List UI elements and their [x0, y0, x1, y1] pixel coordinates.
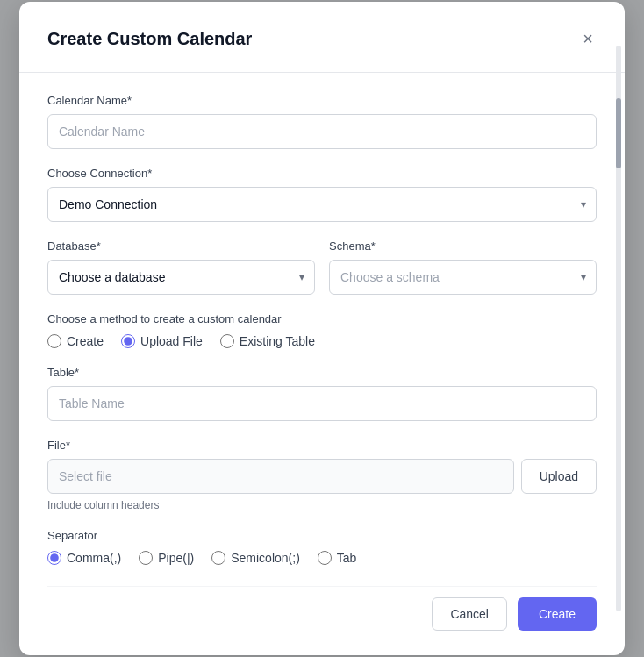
separator-comma-radio[interactable] [47, 551, 61, 565]
connection-group: Choose Connection* Demo Connection ▾ [47, 167, 597, 222]
separator-tab-option[interactable]: Tab [318, 551, 357, 565]
upload-button[interactable]: Upload [521, 459, 597, 494]
schema-select[interactable]: Choose a schema [329, 260, 597, 295]
separator-tab-label: Tab [337, 551, 357, 565]
schema-group: Schema* Choose a schema ▾ [329, 239, 597, 295]
separator-tab-radio[interactable] [318, 551, 332, 565]
cancel-button[interactable]: Cancel [432, 597, 507, 631]
separator-comma-label: Comma(,) [67, 551, 121, 565]
method-create-radio[interactable] [47, 334, 61, 348]
connection-label: Choose Connection* [47, 167, 597, 180]
database-label: Database* [47, 239, 315, 253]
method-radio-group: Create Upload File Existing Table [47, 334, 597, 348]
database-schema-row: Database* Choose a database ▾ Schema* Ch… [47, 239, 597, 295]
scrollbar-track [616, 46, 621, 611]
method-existing-label: Existing Table [240, 334, 315, 348]
table-group: Table* [47, 366, 597, 421]
header-divider [19, 72, 625, 73]
scrollbar-thumb[interactable] [616, 98, 621, 168]
method-label: Choose a method to create a custom calen… [47, 312, 597, 325]
file-row: Select file Upload [47, 459, 597, 494]
database-group: Database* Choose a database ▾ [47, 239, 315, 295]
file-input-display[interactable]: Select file [47, 459, 514, 494]
method-upload-radio[interactable] [121, 334, 135, 348]
separator-group: Separator Comma(,) Pipe(|) Semicolon(;) … [47, 529, 597, 565]
separator-pipe-option[interactable]: Pipe(|) [139, 551, 194, 565]
method-existing-option[interactable]: Existing Table [220, 334, 315, 348]
file-label: File* [47, 439, 597, 452]
schema-select-wrapper: Choose a schema ▾ [329, 260, 597, 295]
file-placeholder: Select file [59, 469, 112, 483]
modal-title: Create Custom Calendar [47, 29, 252, 49]
separator-pipe-radio[interactable] [139, 551, 153, 565]
separator-semicolon-radio[interactable] [211, 551, 225, 565]
table-name-input[interactable] [47, 386, 597, 421]
method-upload-label: Upload File [140, 334, 203, 348]
method-group: Choose a method to create a custom calen… [47, 312, 597, 348]
include-column-headers-label: Include column headers [47, 499, 597, 511]
separator-semicolon-option[interactable]: Semicolon(;) [211, 551, 300, 565]
connection-select-wrapper: Demo Connection ▾ [47, 187, 597, 222]
connection-select[interactable]: Demo Connection [47, 187, 597, 222]
close-button[interactable]: × [579, 26, 597, 51]
modal-footer: Cancel Create [47, 586, 597, 631]
separator-pipe-label: Pipe(|) [158, 551, 194, 565]
modal-header: Create Custom Calendar × [47, 26, 597, 51]
database-select[interactable]: Choose a database [47, 260, 315, 295]
table-label: Table* [47, 366, 597, 379]
method-create-option[interactable]: Create [47, 334, 104, 348]
method-upload-option[interactable]: Upload File [121, 334, 203, 348]
calendar-name-label: Calendar Name* [47, 94, 597, 107]
create-custom-calendar-modal: Create Custom Calendar × Calendar Name* … [19, 2, 625, 655]
calendar-name-input[interactable] [47, 114, 597, 149]
file-group: File* Select file Upload Include column … [47, 439, 597, 511]
schema-label: Schema* [329, 239, 597, 253]
calendar-name-group: Calendar Name* [47, 94, 597, 149]
separator-semicolon-label: Semicolon(;) [231, 551, 300, 565]
separator-options: Comma(,) Pipe(|) Semicolon(;) Tab [47, 551, 597, 565]
separator-label: Separator [47, 529, 597, 542]
method-existing-radio[interactable] [220, 334, 234, 348]
separator-comma-option[interactable]: Comma(,) [47, 551, 121, 565]
create-button[interactable]: Create [518, 597, 597, 631]
method-create-label: Create [67, 334, 104, 348]
database-select-wrapper: Choose a database ▾ [47, 260, 315, 295]
